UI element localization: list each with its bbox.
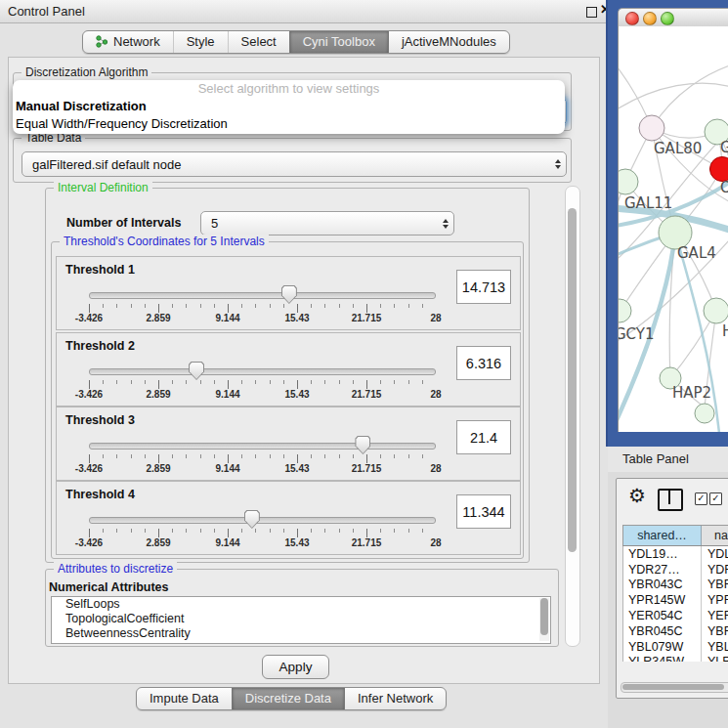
slider-handle[interactable] <box>355 436 370 454</box>
node-bottom-partial[interactable] <box>695 404 714 423</box>
attributes-group-title: Attributes to discretize <box>54 562 177 576</box>
list-item[interactable]: TopologicalCoefficient <box>52 612 550 626</box>
table-panel-header: Table Panel <box>608 447 728 473</box>
threshold-2-panel: Threshold 2 -3.4262.8599.14415.4321.7152… <box>56 332 521 407</box>
node-label-gal4: GAL4 <box>677 244 716 262</box>
network-graph: GAL80 G GAL11 C GAL4 GCY1 H HAP2 <box>619 26 728 432</box>
threshold-3-panel: Threshold 3 -3.4262.8599.14415.4321.7152… <box>56 407 521 481</box>
tab-select[interactable]: Select <box>228 31 289 53</box>
table-row[interactable]: YLR345WYLR3 <box>623 655 728 662</box>
network-icon <box>96 35 108 48</box>
checkbox-icon[interactable]: ✓ <box>695 492 707 505</box>
numerical-attributes-label: Numerical Attributes <box>49 580 168 594</box>
network-window-titlebar[interactable] <box>618 8 728 28</box>
slider-track[interactable] <box>89 443 436 450</box>
node-gal11[interactable] <box>619 169 638 194</box>
tab-network-label: Network <box>113 34 160 49</box>
node-h-partial[interactable] <box>704 298 728 323</box>
node-label-partial-g: G <box>720 139 728 156</box>
table-panel-title: Table Panel <box>622 451 689 466</box>
bottom-tab-bar: Impute Data Discretize Data Infer Networ… <box>136 687 447 710</box>
table-row[interactable]: YBL079WYBL0 <box>623 639 728 655</box>
table-data-combobox[interactable]: galFiltered.sif default node <box>21 151 567 177</box>
threshold-4-panel: Threshold 4 -3.4262.8599.14415.4321.7152… <box>56 481 521 555</box>
gear-icon[interactable]: ⚙ <box>628 486 646 505</box>
table-panel-frame: ⚙ ✓ ✓ shared… na YDL19…YDL1 YDR27…YDR2 Y… <box>616 478 728 699</box>
checkbox-icon[interactable]: ✓ <box>709 492 722 505</box>
table-row[interactable]: YDL19…YDL1 <box>623 546 728 562</box>
node-label-gal80: GAL80 <box>654 140 702 157</box>
discretization-algorithm-group-title: Discretization Algorithm <box>21 65 151 79</box>
tab-cyni-toolbox[interactable]: Cyni Toolbox <box>289 31 388 53</box>
list-item[interactable]: BetweennessCentrality <box>52 626 550 641</box>
network-canvas[interactable]: GAL80 G GAL11 C GAL4 GCY1 H HAP2 <box>618 26 728 432</box>
table-row[interactable]: YPR145WYPR1 <box>623 592 728 608</box>
node-label-partial-h: H <box>722 322 728 340</box>
tab-discretize-data[interactable]: Discretize Data <box>232 688 344 709</box>
combo-stepper-icon <box>438 219 453 229</box>
float-window-icon[interactable] <box>586 7 597 18</box>
minimize-traffic-light-icon[interactable] <box>643 12 657 25</box>
node-label-partial-c: C <box>720 179 728 196</box>
list-scrollbar[interactable] <box>539 598 549 641</box>
threshold-3-value-field[interactable]: 21.4 <box>456 420 511 454</box>
threshold-2-slider[interactable] <box>89 361 436 380</box>
slider-handle[interactable] <box>281 285 297 304</box>
panel-scrollbar[interactable] <box>565 186 580 647</box>
threshold-2-value-field[interactable]: 6.316 <box>456 346 511 380</box>
combo-stepper-icon <box>550 159 566 169</box>
thresholds-group-title: Threshold's Coordinates for 5 Intervals <box>60 235 269 248</box>
table-data-value: galFiltered.sif default node <box>22 157 550 172</box>
tab-network[interactable]: Network <box>83 31 173 53</box>
threshold-1-panel: Threshold 1 -3.4262.8599.14415.4321.7152… <box>56 256 521 330</box>
table-row[interactable]: YBR043CYBR0 <box>623 578 728 593</box>
number-of-intervals-value: 5 <box>201 216 438 231</box>
column-header-shared-name[interactable]: shared… <box>623 526 702 545</box>
list-item[interactable]: SelfLoops <box>52 597 550 612</box>
slider-track[interactable] <box>89 292 436 299</box>
threshold-3-slider[interactable] <box>89 435 436 454</box>
tab-infer-network[interactable]: Infer Network <box>344 688 446 709</box>
node-gal80[interactable] <box>639 115 664 141</box>
table-row[interactable]: YER054CYER0 <box>623 608 728 623</box>
interval-definition-group-title: Interval Definition <box>54 181 152 194</box>
table-body: YDL19…YDL1 YDR27…YDR2 YBR043CYBR0 YPR145… <box>622 546 728 662</box>
slider-track[interactable] <box>89 368 436 375</box>
table-row[interactable]: YDR27…YDR2 <box>623 562 728 578</box>
column-header-name[interactable]: na <box>702 526 728 545</box>
slider-track[interactable] <box>89 517 436 524</box>
number-of-intervals-combobox[interactable]: 5 <box>200 211 454 236</box>
table-horizontal-scrollbar[interactable] <box>621 682 728 693</box>
slider-handle[interactable] <box>244 510 260 529</box>
tab-style[interactable]: Style <box>173 31 228 53</box>
scrollbar-thumb[interactable] <box>568 208 577 552</box>
control-panel-window: Control Panel ✕ Network Style Select Cyn… <box>0 0 606 728</box>
threshold-1-slider[interactable] <box>89 284 436 304</box>
numerical-attributes-list[interactable]: SelfLoops TopologicalCoefficient Between… <box>51 596 551 644</box>
threshold-1-value-field[interactable]: 14.713 <box>456 270 511 304</box>
dropdown-placeholder: Select algorithm to view settings <box>13 80 565 98</box>
screen: Control Panel ✕ Network Style Select Cyn… <box>0 0 728 728</box>
table-header-row: shared… na <box>622 525 728 546</box>
scrollbar-thumb[interactable] <box>622 684 724 690</box>
node-red-selected[interactable] <box>710 157 728 182</box>
node-label-gal11: GAL11 <box>624 194 672 212</box>
zoom-traffic-light-icon[interactable] <box>661 12 674 25</box>
close-traffic-light-icon[interactable] <box>625 12 639 25</box>
node-label-hap2: HAP2 <box>672 384 711 402</box>
dropdown-option-manual-discretization[interactable]: Manual Discretization <box>13 98 565 115</box>
table-row[interactable]: YBR045CYBR0 <box>623 623 728 639</box>
apply-button[interactable]: Apply <box>262 655 329 679</box>
threshold-4-slider[interactable] <box>89 509 436 529</box>
node-gcy1[interactable] <box>619 299 631 322</box>
columns-icon[interactable] <box>658 489 683 511</box>
network-view-window: GAL80 G GAL11 C GAL4 GCY1 H HAP2 <box>618 8 728 432</box>
tab-impute-data[interactable]: Impute Data <box>137 688 232 709</box>
number-of-intervals-label: Number of Intervals <box>66 216 181 230</box>
tab-jactivemnodules[interactable]: jActiveMNodules <box>388 31 509 53</box>
dropdown-option-equal-width-frequency[interactable]: Equal Width/Frequency Discretization <box>13 115 565 133</box>
slider-handle[interactable] <box>189 362 204 380</box>
threshold-4-value-field[interactable]: 11.344 <box>456 494 511 529</box>
top-tab-bar: Network Style Select Cyni Toolbox jActiv… <box>82 30 510 54</box>
window-title: Control Panel <box>8 4 85 19</box>
